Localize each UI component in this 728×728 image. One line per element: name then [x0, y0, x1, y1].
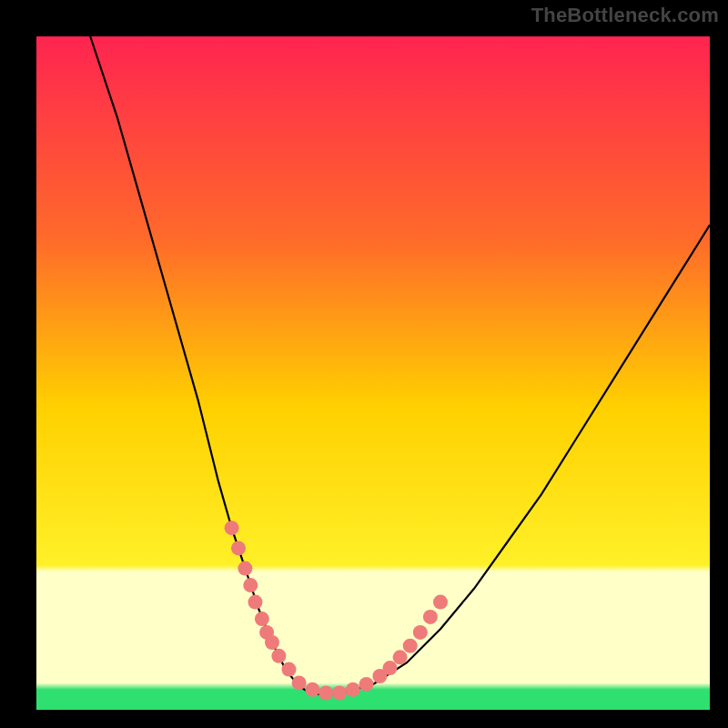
highlight-dot: [433, 595, 448, 610]
highlight-dot: [383, 661, 398, 675]
highlight-dot: [318, 686, 333, 701]
highlight-dot: [305, 682, 319, 697]
highlight-dot: [271, 649, 286, 663]
highlight-dot: [292, 675, 307, 690]
highlight-dot: [225, 521, 239, 535]
bottleneck-chart: [0, 0, 728, 728]
highlight-dot: [413, 625, 428, 640]
watermark-text: TheBottleneck.com: [531, 4, 719, 27]
highlight-dot: [423, 610, 438, 624]
highlight-dot: [403, 639, 418, 653]
highlight-dot: [243, 578, 258, 592]
highlight-dot: [346, 682, 360, 697]
plot-background: [36, 36, 710, 710]
highlight-dot: [231, 541, 246, 555]
highlight-dot: [265, 635, 279, 650]
highlight-dot: [359, 677, 374, 692]
chart-container: TheBottleneck.com: [0, 0, 728, 728]
highlight-dot: [238, 561, 252, 576]
highlight-dot: [255, 612, 269, 626]
highlight-dot: [282, 662, 297, 677]
highlight-dot: [393, 650, 408, 664]
highlight-dot: [332, 686, 347, 701]
highlight-dot: [248, 595, 263, 610]
